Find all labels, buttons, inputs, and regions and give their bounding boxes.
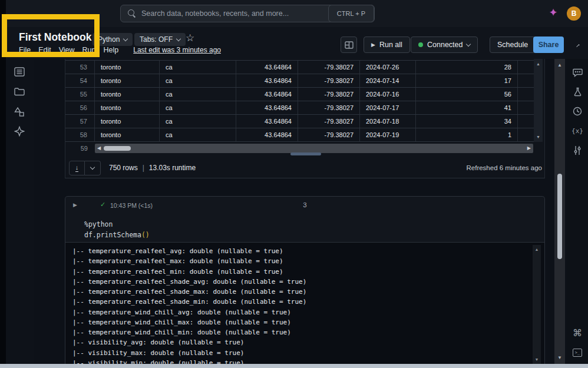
left-sidebar bbox=[6, 59, 34, 364]
schema-line: |-- temperature_wind_chill_min: double (… bbox=[65, 327, 544, 337]
terminal-icon: >_ bbox=[573, 349, 582, 357]
scroll-down-icon[interactable]: ▼ bbox=[554, 355, 565, 360]
runtime: 13.03s runtime bbox=[149, 164, 196, 172]
download-button[interactable]: ↓ bbox=[69, 161, 85, 175]
cell-date: 2024-07-17 bbox=[360, 101, 416, 114]
experiments-panel-button[interactable] bbox=[572, 87, 583, 97]
cell-city: toronto bbox=[95, 74, 160, 87]
page-scrollbar[interactable]: ▲ ▼ bbox=[554, 59, 565, 364]
comment-icon bbox=[573, 68, 583, 77]
cell-lat: 43.64864 bbox=[236, 88, 298, 101]
collapse-header-button[interactable] bbox=[570, 37, 586, 53]
sidebar-item-assistant[interactable] bbox=[14, 126, 25, 137]
search-icon bbox=[128, 9, 136, 18]
comments-panel-button[interactable] bbox=[572, 67, 583, 78]
cell-city: toronto bbox=[95, 115, 160, 128]
connected-label: Connected bbox=[427, 41, 463, 49]
chevron-down-icon bbox=[176, 36, 181, 41]
cluster-status-button[interactable]: Connected bbox=[411, 37, 478, 53]
history-clock-icon bbox=[573, 107, 582, 116]
shapes-icon bbox=[14, 107, 25, 117]
download-split-button: ↓ bbox=[69, 161, 101, 175]
run-all-button[interactable]: ▶ Run all bbox=[364, 37, 410, 53]
code-line: df.printSchema() bbox=[84, 231, 150, 239]
cell-date: 2024-07-18 bbox=[360, 115, 416, 128]
table-row[interactable]: 58 toronto ca 43.64864 -79.38027 2024-07… bbox=[65, 128, 534, 142]
table-row[interactable]: 56 toronto ca 43.64864 -79.38027 2024-07… bbox=[65, 101, 534, 115]
page-scrollbar-thumb[interactable] bbox=[557, 174, 562, 259]
notebook-panel-icon bbox=[14, 67, 25, 77]
favorite-star-icon[interactable]: ☆ bbox=[186, 32, 194, 44]
right-sidebar: {x} ⌘ >_ bbox=[567, 59, 588, 364]
shortcuts-button[interactable]: ⌘ bbox=[572, 327, 583, 338]
table-row[interactable]: 57 toronto ca 43.64864 -79.38027 2024-07… bbox=[65, 115, 534, 128]
result-stats: 750 rows | 13.03s runtime bbox=[109, 164, 196, 172]
cell-lon: -79.38027 bbox=[298, 115, 360, 128]
cell-empty bbox=[518, 101, 534, 114]
cell-empty bbox=[518, 128, 534, 141]
table-row[interactable]: 53 toronto ca 43.64864 -79.38027 2024-07… bbox=[65, 61, 534, 74]
chevron-down-icon bbox=[90, 164, 95, 169]
avatar[interactable]: B bbox=[567, 6, 581, 21]
share-button[interactable]: Share bbox=[533, 37, 564, 53]
scroll-down-icon[interactable]: ▼ bbox=[533, 357, 541, 362]
chevron-up-icon bbox=[576, 44, 580, 48]
scroll-left-icon[interactable]: ◀ bbox=[97, 145, 101, 151]
schema-line: |-- temperature_realfeel_shade_min: doub… bbox=[65, 297, 544, 307]
row-index: 59 bbox=[65, 145, 95, 152]
code-paren: () bbox=[141, 231, 150, 239]
schema-line: |-- temperature_realfeel_shade_max: doub… bbox=[65, 287, 544, 297]
flask-icon bbox=[573, 87, 582, 97]
history-panel-button[interactable] bbox=[572, 106, 583, 117]
output-scrollbar[interactable]: ▲ ▼ bbox=[533, 245, 541, 364]
hscroll-thumb[interactable] bbox=[104, 146, 131, 151]
scroll-up-icon[interactable]: ▲ bbox=[533, 247, 541, 251]
cell-country: ca bbox=[160, 128, 236, 141]
table-row[interactable]: 54 toronto ca 43.64864 -79.38027 2024-07… bbox=[65, 74, 534, 88]
table-row[interactable]: 55 toronto ca 43.64864 -79.38027 2024-07… bbox=[65, 88, 534, 101]
schedule-button[interactable]: Schedule bbox=[490, 37, 536, 53]
cell-value: 17 bbox=[416, 74, 518, 87]
variables-icon: {x} bbox=[572, 127, 583, 135]
row-index: 56 bbox=[65, 101, 95, 114]
menu-help[interactable]: Help bbox=[104, 46, 119, 54]
assistant-sparkle-icon[interactable]: ✦ bbox=[549, 6, 557, 19]
sidebar-item-catalog[interactable] bbox=[14, 107, 25, 118]
scroll-up-icon[interactable]: ▲ bbox=[554, 62, 565, 68]
notebook-app: Search data, notebooks, recents, and mor… bbox=[0, 0, 588, 368]
last-edit-link[interactable]: Last edit was 3 minutes ago bbox=[133, 46, 221, 54]
sidebar-item-folder[interactable] bbox=[14, 87, 25, 98]
resize-drag-handle[interactable] bbox=[290, 152, 321, 155]
code-editor[interactable]: %python df.printSchema() bbox=[84, 219, 150, 240]
scroll-down-icon[interactable]: ▼ bbox=[534, 135, 543, 139]
table-horizontal-scrollbar[interactable]: ◀ ▶ bbox=[95, 144, 533, 153]
tabs-toggle[interactable]: Tabs: OFF bbox=[134, 33, 186, 46]
sparkle-icon bbox=[14, 126, 25, 137]
scroll-up-icon[interactable]: ▲ bbox=[534, 62, 543, 66]
cell-value: 28 bbox=[416, 61, 518, 74]
search-input[interactable]: Search data, notebooks, recents, and mor… bbox=[120, 5, 375, 22]
layout-grid-button[interactable] bbox=[341, 37, 357, 53]
cell-city: toronto bbox=[95, 61, 160, 74]
row-index: 53 bbox=[65, 61, 95, 74]
table-vertical-scrollbar[interactable]: ▲ ▼ bbox=[534, 59, 543, 142]
settings-panel-button[interactable] bbox=[572, 145, 583, 155]
cell-city: toronto bbox=[95, 88, 160, 101]
sidebar-item-toc[interactable] bbox=[14, 67, 25, 78]
chevron-down-icon bbox=[466, 41, 471, 46]
cell-city: toronto bbox=[95, 101, 160, 114]
folder-icon bbox=[14, 87, 25, 96]
separator: | bbox=[143, 164, 144, 172]
scroll-right-icon[interactable]: ▶ bbox=[527, 145, 531, 151]
schema-line: |-- visibility_avg: double (nullable = t… bbox=[65, 337, 544, 347]
schema-line: |-- temperature_wind_chill_avg: double (… bbox=[65, 307, 544, 317]
code-text: df.printSchema bbox=[84, 231, 141, 239]
connected-dot-icon bbox=[418, 42, 423, 47]
cell-lat: 43.64864 bbox=[236, 101, 298, 114]
download-options-button[interactable] bbox=[85, 161, 101, 175]
terminal-button[interactable]: >_ bbox=[572, 347, 583, 358]
cell-empty bbox=[518, 61, 534, 74]
row-index: 57 bbox=[65, 115, 95, 128]
schema-line: |-- visibility_max: double (nullable = t… bbox=[65, 348, 544, 358]
variables-panel-button[interactable]: {x} bbox=[572, 125, 583, 136]
